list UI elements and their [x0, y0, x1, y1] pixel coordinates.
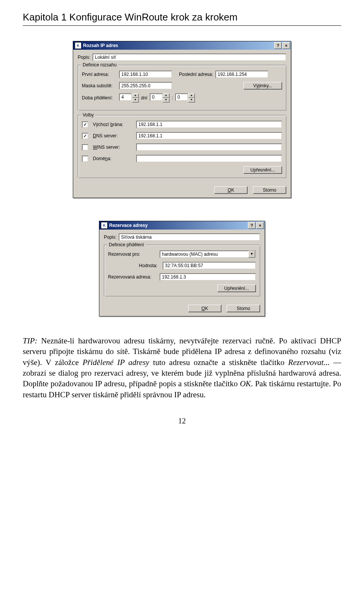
- reserve-for-select[interactable]: hardwarovou (MAC) adresu ▼: [160, 250, 256, 258]
- lease-mins-spinner[interactable]: ▲▼: [175, 93, 195, 102]
- desc-input[interactable]: [93, 54, 286, 61]
- page-number: 12: [23, 417, 341, 425]
- tip-label: TIP:: [23, 336, 38, 345]
- domain-input[interactable]: [136, 155, 282, 162]
- reserved-addr-label: Rezervovaná adresa:: [108, 274, 157, 280]
- last-addr-input[interactable]: [215, 71, 268, 78]
- reserve-for-label: Rezervovat pro:: [108, 252, 157, 257]
- advanced-button[interactable]: Upřesnění...: [243, 166, 282, 174]
- desc-input[interactable]: [119, 233, 260, 241]
- dialog-title: Rezervace adresy: [109, 223, 247, 228]
- reserve-button-name: Rezervovat...: [288, 358, 329, 367]
- dns-checkbox[interactable]: ✓: [82, 133, 88, 139]
- help-button[interactable]: ?: [248, 222, 256, 229]
- titlebar[interactable]: K Rezervace adresy ? ×: [99, 221, 265, 230]
- chapter-divider: [23, 25, 341, 26]
- spin-down-icon[interactable]: ▼: [163, 98, 169, 102]
- close-button[interactable]: ×: [282, 42, 290, 49]
- tab-name: Přidělené IP adresy: [83, 358, 149, 367]
- cancel-button[interactable]: Storno: [253, 186, 286, 194]
- options-group-legend: Volby: [81, 112, 95, 118]
- wins-checkbox[interactable]: [82, 144, 88, 151]
- mask-label: Maska subsítě:: [82, 83, 117, 88]
- value-label: Hodnota:: [108, 263, 160, 268]
- spin-down-icon[interactable]: ▼: [188, 98, 195, 102]
- exceptions-button[interactable]: Výjimky...: [243, 82, 282, 90]
- spin-up-icon[interactable]: ▲: [163, 93, 169, 98]
- range-group: Definice rozsahu První adresa: Poslední …: [78, 65, 286, 110]
- ok-button[interactable]: OK: [214, 186, 248, 194]
- domain-label: Doména:: [93, 156, 134, 161]
- article-text: TIP: Neznáte-li hardwarovou adresu tiská…: [23, 335, 341, 400]
- wins-input[interactable]: [136, 143, 282, 151]
- dns-label: DNS server:: [93, 133, 134, 138]
- ok-button[interactable]: OK: [188, 305, 221, 312]
- assign-group: Definice přidělení Rezervovat pro: hardw…: [104, 245, 260, 296]
- gateway-input[interactable]: [136, 121, 282, 128]
- ok-name: OK: [240, 379, 251, 388]
- value-input[interactable]: [163, 262, 256, 269]
- assign-group-legend: Definice přidělení: [107, 242, 146, 247]
- last-addr-label: Poslední adresa:: [179, 72, 213, 77]
- advanced-button[interactable]: Upřesnění...: [217, 285, 256, 292]
- reserved-addr-input[interactable]: [160, 273, 256, 281]
- gateway-checkbox[interactable]: ✓: [82, 121, 88, 128]
- options-group: Volby ✓ Výchozí brána: ✓ DNS server: WIN…: [78, 115, 286, 178]
- app-icon: K: [75, 42, 82, 49]
- app-icon: K: [101, 222, 108, 229]
- spin-up-icon[interactable]: ▲: [188, 93, 195, 98]
- desc-label: Popis:: [78, 55, 90, 60]
- ip-range-dialog: K Rozsah IP adres ? × Popis: Definice ro…: [73, 41, 291, 198]
- tip-body-2: tuto adresu označte a stiskněte tlačítko: [149, 358, 288, 367]
- lease-label: Doba přidělení:: [82, 95, 117, 101]
- range-group-legend: Definice rozsahu: [81, 62, 118, 68]
- reserve-for-value: hardwarovou (MAC) adresu: [160, 252, 248, 257]
- cancel-button[interactable]: Storno: [227, 305, 260, 312]
- lease-days-unit: dní: [141, 95, 147, 101]
- titlebar[interactable]: K Rozsah IP adres ? ×: [73, 41, 291, 50]
- reservation-dialog: K Rezervace adresy ? × Popis: Definice p…: [99, 221, 265, 316]
- domain-checkbox[interactable]: [82, 156, 88, 162]
- lease-hours-spinner[interactable]: ▲▼: [150, 93, 169, 102]
- wins-label: WINS server:: [93, 145, 134, 150]
- chapter-title: Kapitola 1 Konfigurace WinRoute krok za …: [23, 11, 341, 23]
- help-button[interactable]: ?: [274, 42, 282, 49]
- first-addr-input[interactable]: [119, 71, 172, 78]
- spin-down-icon[interactable]: ▼: [132, 98, 139, 102]
- mask-input[interactable]: [119, 82, 172, 90]
- first-addr-label: První adresa:: [82, 72, 117, 77]
- close-button[interactable]: ×: [256, 222, 264, 229]
- gateway-label: Výchozí brána:: [93, 122, 134, 127]
- desc-label: Popis:: [104, 234, 116, 240]
- spin-up-icon[interactable]: ▲: [132, 93, 139, 98]
- dns-input[interactable]: [136, 132, 282, 140]
- lease-separator: :: [172, 95, 173, 101]
- chevron-down-icon[interactable]: ▼: [248, 251, 255, 258]
- lease-days-spinner[interactable]: ▲▼: [119, 93, 139, 102]
- dialog-title: Rozsah IP adres: [83, 43, 273, 48]
